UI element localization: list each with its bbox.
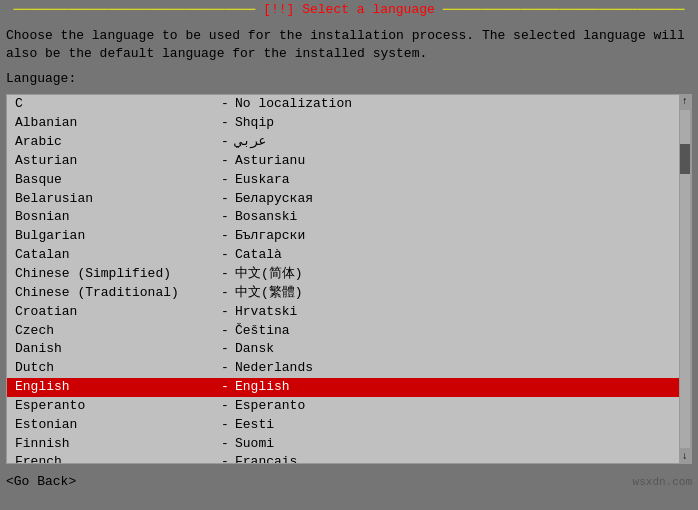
lang-name: Bosnian xyxy=(15,208,215,227)
lang-name: Bulgarian xyxy=(15,227,215,246)
lang-name: Arabic xyxy=(15,133,215,152)
lang-native: Català xyxy=(235,246,282,265)
scrollbar: ↑ ↓ xyxy=(679,95,691,463)
lang-name: Belarusian xyxy=(15,190,215,209)
lang-separator: - xyxy=(215,284,235,303)
lang-name: Finnish xyxy=(15,435,215,454)
lang-separator: - xyxy=(215,416,235,435)
lang-native: 中文(繁體) xyxy=(235,284,303,303)
list-item[interactable]: Bulgarian-Български xyxy=(7,227,679,246)
footer: <Go Back> wsxdn.com xyxy=(0,468,698,495)
lang-native: Hrvatski xyxy=(235,303,297,322)
lang-native: Suomi xyxy=(235,435,274,454)
lang-name: Basque xyxy=(15,171,215,190)
scrollbar-thumb[interactable] xyxy=(680,144,690,174)
lang-name: Estonian xyxy=(15,416,215,435)
lang-separator: - xyxy=(215,152,235,171)
lang-name: French xyxy=(15,453,215,463)
lang-name: Danish xyxy=(15,340,215,359)
list-item[interactable]: C-No localization xyxy=(7,95,679,114)
language-label: Language: xyxy=(0,67,698,90)
lang-separator: - xyxy=(215,397,235,416)
list-item[interactable]: Asturian-Asturianu xyxy=(7,152,679,171)
list-item[interactable]: Croatian-Hrvatski xyxy=(7,303,679,322)
title-bar: ─────────────────────────────── [!!] Sel… xyxy=(0,0,698,19)
lang-native: Asturianu xyxy=(235,152,305,171)
lang-separator: - xyxy=(215,378,235,397)
lang-native: Shqip xyxy=(235,114,274,133)
title-text: Select a language xyxy=(294,2,434,17)
list-item[interactable]: Arabic-عربي xyxy=(7,133,679,152)
lang-separator: - xyxy=(215,246,235,265)
list-item[interactable]: Finnish-Suomi xyxy=(7,435,679,454)
lang-name: Catalan xyxy=(15,246,215,265)
list-item[interactable]: Czech-Čeština xyxy=(7,322,679,341)
lang-native: Nederlands xyxy=(235,359,313,378)
lang-separator: - xyxy=(215,171,235,190)
title-prefix: [!!] xyxy=(263,2,294,17)
list-item[interactable]: Danish-Dansk xyxy=(7,340,679,359)
lang-native: English xyxy=(235,378,290,397)
list-item[interactable]: Estonian-Eesti xyxy=(7,416,679,435)
lang-native: Esperanto xyxy=(235,397,305,416)
lang-name: Croatian xyxy=(15,303,215,322)
lang-name: Chinese (Traditional) xyxy=(15,284,215,303)
lang-name: Czech xyxy=(15,322,215,341)
lang-name: Asturian xyxy=(15,152,215,171)
lang-separator: - xyxy=(215,265,235,284)
list-item[interactable]: Belarusian-Беларуская xyxy=(7,190,679,209)
lang-separator: - xyxy=(215,322,235,341)
list-item[interactable]: Albanian-Shqip xyxy=(7,114,679,133)
list-item[interactable]: Chinese (Simplified)-中文(简体) xyxy=(7,265,679,284)
lang-separator: - xyxy=(215,95,235,114)
lang-name: Chinese (Simplified) xyxy=(15,265,215,284)
lang-native: 中文(简体) xyxy=(235,265,303,284)
list-item[interactable]: Bosnian-Bosanski xyxy=(7,208,679,227)
lang-native: Dansk xyxy=(235,340,274,359)
lang-name: Albanian xyxy=(15,114,215,133)
lang-native: Français xyxy=(235,453,297,463)
lang-name: Dutch xyxy=(15,359,215,378)
go-back-button[interactable]: <Go Back> xyxy=(6,474,76,489)
list-item[interactable]: Basque-Euskara xyxy=(7,171,679,190)
list-item[interactable]: Dutch-Nederlands xyxy=(7,359,679,378)
lang-name: English xyxy=(15,378,215,397)
list-item[interactable]: English-English xyxy=(7,378,679,397)
lang-name: C xyxy=(15,95,215,114)
lang-separator: - xyxy=(215,453,235,463)
scrollbar-track xyxy=(680,110,690,448)
lang-separator: - xyxy=(215,114,235,133)
lang-separator: - xyxy=(215,359,235,378)
lang-native: No localization xyxy=(235,95,352,114)
desc-line2: also be the default language for the ins… xyxy=(6,45,692,63)
description: Choose the language to be used for the i… xyxy=(0,19,698,67)
list-item[interactable]: Catalan-Català xyxy=(7,246,679,265)
list-content: C-No localizationAlbanian-ShqipArabic-عر… xyxy=(7,95,679,463)
lang-separator: - xyxy=(215,303,235,322)
lang-separator: - xyxy=(215,190,235,209)
lang-native: Беларуская xyxy=(235,190,313,209)
watermark: wsxdn.com xyxy=(633,476,692,488)
lang-separator: - xyxy=(215,227,235,246)
list-item[interactable]: French-Français xyxy=(7,453,679,463)
language-list-container: C-No localizationAlbanian-ShqipArabic-عر… xyxy=(6,94,692,464)
scroll-down-icon[interactable]: ↓ xyxy=(682,450,688,463)
lang-separator: - xyxy=(215,340,235,359)
lang-native: عربي xyxy=(235,133,266,152)
list-item[interactable]: Chinese (Traditional)-中文(繁體) xyxy=(7,284,679,303)
lang-separator: - xyxy=(215,435,235,454)
lang-native: Eesti xyxy=(235,416,274,435)
lang-separator: - xyxy=(215,208,235,227)
lang-native: Български xyxy=(235,227,305,246)
lang-native: Bosanski xyxy=(235,208,297,227)
list-item[interactable]: Esperanto-Esperanto xyxy=(7,397,679,416)
lang-separator: - xyxy=(215,133,235,152)
desc-line1: Choose the language to be used for the i… xyxy=(6,27,692,45)
lang-name: Esperanto xyxy=(15,397,215,416)
scroll-up-icon[interactable]: ↑ xyxy=(682,95,688,108)
lang-native: Euskara xyxy=(235,171,290,190)
lang-native: Čeština xyxy=(235,322,290,341)
